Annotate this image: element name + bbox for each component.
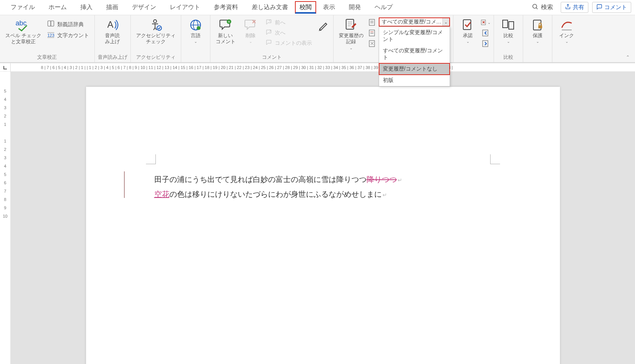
line2-inserted: 空花 [154,190,169,198]
chevron-down-icon: ⌄ [249,39,252,44]
group-proofing-label: 文章校正 [3,53,91,62]
accept-icon [462,18,474,32]
show-comments-button[interactable]: コメントの表示 [263,38,314,48]
svg-rect-23 [369,19,375,25]
comment-icon [596,4,602,11]
ruler-horizontal[interactable]: 8 | 7 | 6 | 5 | 4 | 3 | 2 | 1 | | 1 | 2 … [0,63,635,72]
menu-mailings[interactable]: 差し込み文書 [245,1,295,14]
comment-button[interactable]: コメント [592,2,631,13]
delete-comment-label: 削除 [246,33,256,39]
display-for-review-dropdown[interactable]: すべての変更履歴/コメ… ⌄ [379,17,450,27]
ink-label: インク [559,33,574,39]
wordcount-button[interactable]: 123 文字カウント [45,30,91,41]
menu-layout[interactable]: レイアウト [163,1,207,14]
menu-design[interactable]: デザイン [125,1,163,14]
menu-file[interactable]: ファイル [4,1,42,14]
paragraph-mark-icon: ↵ [398,177,402,183]
accept-button[interactable]: 承諾 ⌄ [456,17,479,45]
dd-option-all[interactable]: すべての変更履歴/コメント [379,45,450,63]
thesaurus-icon [47,20,55,28]
language-icon [189,18,202,32]
accessibility-button[interactable]: アクセシビリティ チェック [134,17,178,47]
wordcount-label: 文字カウント [57,32,89,39]
compare-icon [502,18,515,32]
svg-point-0 [533,4,537,8]
new-comment-button[interactable]: + 新しい コメント [213,17,238,47]
document-canvas[interactable]: 田子の浦にうち出でて見れば白妙の富士の高嶺に雪は降りつつ降りつつ↵ 空花の色は移… [11,72,635,364]
svg-line-1 [536,8,538,9]
group-language-label [184,54,207,62]
tracking-small-1[interactable] [367,17,377,27]
paragraph-1[interactable]: 田子の浦にうち出でて見れば白妙の富士の高嶺に雪は降りつつ降りつつ↵ [154,172,492,187]
dd-option-original[interactable]: 初版 [379,75,450,86]
show-comments-icon [266,39,273,47]
menu-view[interactable]: 表示 [316,1,342,14]
ruler-vertical[interactable]: 5 4 3 2 1 1 2 3 4 5 6 7 8 9 10 [0,72,11,364]
spellcheck-button[interactable]: abc スペル チェック と文章校正 [3,17,44,47]
svg-rect-26 [369,30,375,36]
reject-button[interactable]: ⌄ [481,17,491,27]
paragraph-mark-icon: ↵ [383,192,387,198]
collapse-ribbon-icon[interactable]: ⌃ [626,55,630,60]
ink-button[interactable]: インク ⌄ [555,17,578,45]
group-ink: インク ⌄ [552,15,581,62]
chevron-down-icon: ⌄ [565,39,568,44]
wordcount-icon: 123 [47,31,55,39]
delete-comment-button[interactable]: 削除 ⌄ [239,17,262,45]
next-comment-icon [266,29,273,36]
new-comment-icon: + [219,18,232,32]
tab-selector[interactable] [0,63,11,72]
menu-references[interactable]: 参考資料 [207,1,245,14]
page[interactable]: 田子の浦にうち出でて見れば白妙の富士の高嶺に雪は降りつつ降りつつ↵ 空花の色は移… [86,87,560,364]
display-for-review-value: すべての変更履歴/コメ… [382,19,442,25]
chevron-down-icon: ⌄ [536,39,539,44]
group-ink-label [555,54,578,62]
svg-rect-33 [483,41,488,47]
readaloud-button[interactable]: A 音声読 み上げ [101,17,124,47]
menu-developer[interactable]: 開発 [342,1,368,14]
pen-icon [318,18,328,32]
svg-rect-37 [538,25,542,28]
tracking-small-2[interactable] [367,28,377,38]
group-language: 言語 ⌄ [181,15,210,62]
compare-label: 比較 [503,33,513,39]
group-comments-label: コメント [213,53,330,62]
share-button[interactable]: 共有 [561,2,588,13]
track-changes-button[interactable]: 変更履歴の 記録 ⌄ [337,17,366,52]
line1-deleted: 降りつつ [367,175,397,184]
search-box[interactable]: 検索 [528,2,557,13]
protect-icon [532,18,543,32]
paragraph-2[interactable]: 空花の色は移りにけりないたづらにわが身世にふるながめせしまに↵ [154,187,492,202]
ink-comment-button[interactable] [316,17,330,33]
comment-label: コメント [604,4,627,11]
menu-review[interactable]: 校閲 [295,1,316,14]
next-change-button[interactable] [481,39,491,49]
menu-draw[interactable]: 描画 [99,1,125,14]
thesaurus-label: 類義語辞典 [57,21,84,28]
new-comment-label: 新しい コメント [216,33,235,45]
margin-corner-tr [490,154,500,164]
menu-help[interactable]: ヘルプ [368,1,400,14]
protect-button[interactable]: 保護 ⌄ [526,17,549,45]
show-comments-label: コメントの表示 [275,40,312,47]
group-compare: 比較 ⌄ 比較 [494,15,523,62]
dd-option-simple[interactable]: シンプルな変更履歴/コメント [379,27,450,45]
svg-text:A: A [107,19,113,30]
thesaurus-button[interactable]: 類義語辞典 [45,19,91,30]
prev-comment-label: 前へ [275,19,285,26]
tracking-small-3[interactable] [367,39,377,49]
dd-option-none[interactable]: 変更履歴/コメントなし [379,63,450,75]
group-changes-label [456,54,491,62]
line1-text: 田子の浦にうち出でて見れば白妙の富士の高嶺に雪は降りつつ [154,175,367,184]
track-changes-label: 変更履歴の 記録 [339,33,364,45]
svg-text:123: 123 [47,33,54,38]
prev-change-button[interactable] [481,28,491,38]
svg-rect-3 [48,21,51,26]
prev-comment-button[interactable]: 前へ [263,17,314,28]
compare-button[interactable]: 比較 ⌄ [497,17,520,45]
margin-corner-tl [146,154,156,164]
menu-home[interactable]: ホーム [42,1,74,14]
next-comment-button[interactable]: 次へ [263,28,314,38]
language-button[interactable]: 言語 ⌄ [184,17,207,45]
menu-insert[interactable]: 挿入 [74,1,99,14]
